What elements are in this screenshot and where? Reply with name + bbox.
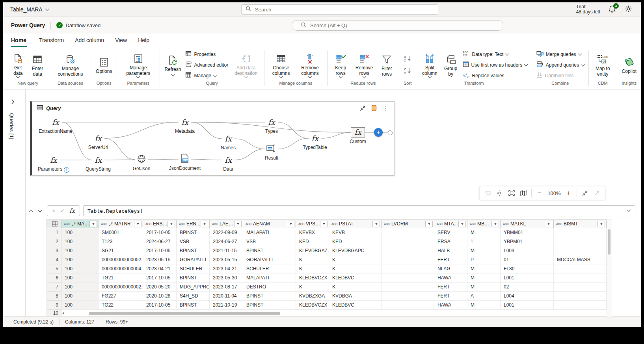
grid-cell[interactable]: 2023-04-21: [143, 264, 177, 273]
row-number[interactable]: 8: [47, 292, 61, 301]
filter-button[interactable]: [287, 221, 294, 227]
get-data-button[interactable]: Get data: [9, 51, 27, 79]
grid-cell[interactable]: M: [467, 273, 501, 283]
enter-data-button[interactable]: Enter data: [28, 52, 47, 78]
expand-formula-bar-icon[interactable]: [627, 208, 631, 212]
grid-cell[interactable]: FG227: [99, 292, 143, 301]
grid-cell[interactable]: 100: [61, 237, 99, 246]
grid-cell[interactable]: 100: [61, 283, 99, 292]
grid-cell[interactable]: GORAPALLI: [177, 255, 210, 264]
column-header-matkl[interactable]: ABCMATKL: [501, 219, 554, 228]
grid-cell[interactable]: K: [329, 264, 382, 273]
undo-layout-button[interactable]: [482, 188, 494, 199]
cancel-formula-icon[interactable]: ×: [52, 208, 55, 214]
zoom-in-button[interactable]: +: [563, 188, 575, 199]
filter-button[interactable]: [545, 221, 552, 227]
grid-cell[interactable]: 100: [61, 273, 99, 283]
sort-ascending-button[interactable]: AZ: [402, 54, 413, 64]
grid-cell[interactable]: 1: [467, 237, 501, 246]
grid-cell[interactable]: [554, 228, 607, 237]
column-header-mbr[interactable]: ABCMBR...: [467, 219, 501, 228]
collapse-view-button[interactable]: [579, 188, 591, 199]
filter-button[interactable]: [201, 221, 208, 227]
copilot-button[interactable]: Copilot: [620, 55, 638, 75]
filter-button[interactable]: [597, 221, 605, 227]
grid-cell[interactable]: [554, 283, 607, 292]
pan-tool-button[interactable]: [494, 188, 506, 199]
column-header-matnr[interactable]: ABCMATNR: [99, 219, 143, 228]
grid-cell[interactable]: 100: [61, 246, 99, 255]
grid-cell[interactable]: 2022-08-09: [210, 228, 243, 237]
diagram-node-serverurl[interactable]: fxServerUrl: [71, 133, 126, 150]
grid-cell[interactable]: NLAG: [434, 264, 467, 273]
grid-cell[interactable]: L003: [501, 246, 554, 255]
settings-button[interactable]: [625, 5, 632, 14]
global-search-input[interactable]: [254, 6, 421, 13]
grid-cell[interactable]: KVDBZXGA: [296, 292, 329, 301]
grid-cell[interactable]: 2017-10-05: [143, 246, 177, 255]
grid-cell[interactable]: KVDBGA: [329, 292, 382, 301]
zoom-out-button[interactable]: −: [534, 188, 545, 199]
grid-cell[interactable]: K: [329, 255, 382, 264]
panel-menu-button[interactable]: ⋮: [382, 106, 388, 112]
grid-cell[interactable]: [382, 264, 434, 273]
grid-cell[interactable]: KLEDBVC: [329, 301, 382, 310]
grid-cell[interactable]: 2023-05-15: [210, 255, 243, 264]
grid-cell[interactable]: 2023-04-21: [210, 264, 243, 273]
grid-cell[interactable]: 100: [61, 264, 99, 273]
grid-cell[interactable]: ERSA: [434, 237, 467, 246]
grid-cell[interactable]: TG22: [99, 301, 143, 310]
grid-cell[interactable]: 2021-11-15: [210, 246, 243, 255]
column-header-bismt[interactable]: ABCBISMT: [554, 219, 607, 228]
grid-cell[interactable]: [382, 228, 434, 237]
refresh-button[interactable]: Refresh: [162, 53, 183, 77]
tab-add-column[interactable]: Add column: [69, 34, 110, 46]
remove-rows-button[interactable]: Remove rows: [352, 51, 377, 79]
grid-cell[interactable]: BPINST: [177, 273, 210, 283]
vertical-scrollbar[interactable]: [607, 219, 612, 318]
tab-home[interactable]: Home: [11, 34, 32, 46]
grid-cell[interactable]: M: [467, 264, 501, 273]
queries-pane-label[interactable]: Queries [1]: [9, 113, 15, 139]
grid-cell[interactable]: T123: [99, 237, 143, 246]
grid-cell[interactable]: TG21: [99, 273, 143, 283]
dataset-title-menu[interactable]: Table_MARA: [10, 6, 48, 13]
column-header-aenam[interactable]: ABCAENAM: [243, 219, 296, 228]
grid-cell[interactable]: 2023-08-17: [210, 283, 243, 292]
grid-cell[interactable]: 2017-10-05: [143, 228, 177, 237]
command-search-box[interactable]: [292, 20, 503, 31]
grid-cell[interactable]: M: [467, 283, 501, 292]
grid-cell[interactable]: KLEDBVCZX: [296, 301, 329, 310]
sort-descending-button[interactable]: ZA: [402, 66, 413, 76]
filter-button[interactable]: [372, 221, 380, 227]
add-data-destination-button[interactable]: Add data destination: [231, 51, 261, 79]
grid-cell[interactable]: 100: [61, 292, 99, 301]
grid-cell[interactable]: SM0001: [99, 228, 143, 237]
column-header-ersda[interactable]: ABCERSDA: [143, 219, 177, 228]
grid-cell[interactable]: 100: [61, 228, 99, 237]
mini-map-button[interactable]: [517, 188, 529, 199]
filter-button[interactable]: [234, 221, 242, 227]
grid-cell[interactable]: FERT: [434, 292, 467, 301]
grid-cell[interactable]: 2024-06-27: [210, 237, 243, 246]
expand-queries-pane-button[interactable]: [11, 99, 15, 106]
grid-cell[interactable]: 2023-05-30: [210, 273, 243, 283]
grid-cell[interactable]: 000000000000002...: [99, 283, 143, 292]
grid-cell[interactable]: 01: [501, 255, 554, 264]
row-number[interactable]: 6: [47, 273, 61, 283]
grid-cell[interactable]: 100: [61, 301, 99, 310]
expand-view-button[interactable]: [591, 188, 603, 199]
grid-cell[interactable]: YBPM01: [501, 237, 554, 246]
diagram-node-extractionname[interactable]: fxExtractionName: [28, 117, 83, 134]
grid-cell[interactable]: GORAPALLI: [243, 255, 296, 264]
scroll-left-arrow-icon[interactable]: [62, 312, 64, 315]
filter-rows-button[interactable]: Filter rows: [378, 52, 396, 78]
tab-transform[interactable]: Transform: [34, 34, 69, 46]
options-button[interactable]: Options: [94, 55, 114, 75]
grid-cell[interactable]: [554, 264, 607, 273]
grid-cell[interactable]: SCHULER: [177, 264, 210, 273]
grid-cell[interactable]: SERV: [434, 228, 467, 237]
diagram-node-metadata[interactable]: fxMetadata: [157, 117, 212, 134]
add-step-button[interactable]: +: [374, 128, 383, 137]
horizontal-scrollbar-thumb[interactable]: [89, 312, 280, 315]
